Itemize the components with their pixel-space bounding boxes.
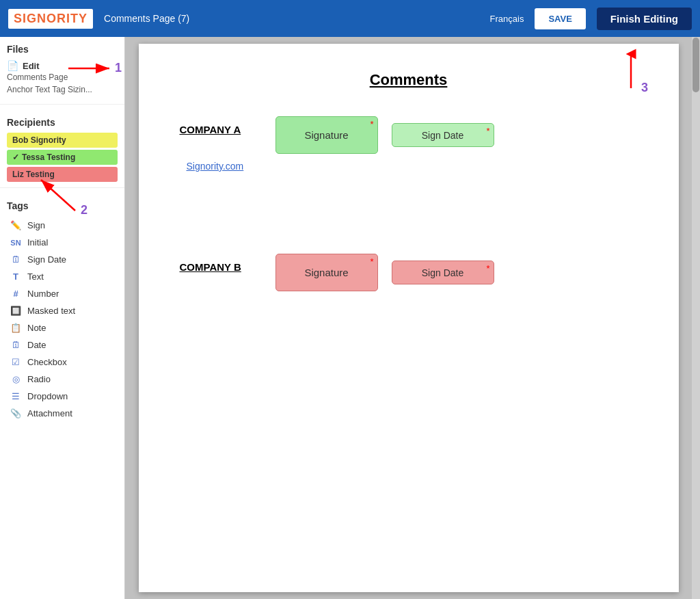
language-selector[interactable]: Français xyxy=(490,14,524,24)
date-icon: 🗓 xyxy=(10,340,22,350)
tag-number-label: Number xyxy=(27,289,59,299)
page-container[interactable]: 3 Comments COMPANY A Signature * xyxy=(125,37,692,599)
sign-date-label-a: Sign Date xyxy=(422,130,463,141)
required-star-date-a: * xyxy=(486,126,489,136)
logo-text: SIGNORITY xyxy=(14,12,88,25)
finish-editing-button[interactable]: Finish Editing xyxy=(597,8,692,30)
tag-radio-label: Radio xyxy=(27,374,51,384)
recipient-tessa[interactable]: ✓Tessa Testing xyxy=(7,150,118,165)
arrow-3-annotation: 3 xyxy=(604,51,658,92)
note-icon: 📋 xyxy=(10,323,22,333)
required-star-date-b: * xyxy=(486,263,489,274)
edit-row: 📄 Edit 1 xyxy=(7,60,118,71)
checkbox-icon: ☑ xyxy=(10,357,22,367)
file-item-2[interactable]: Anchor Text Tag Sizin... xyxy=(7,83,118,96)
attachment-icon: 📎 xyxy=(10,408,22,418)
edit-button[interactable]: Edit xyxy=(23,61,40,71)
tags-section-title: Tags 2 xyxy=(0,194,124,214)
tag-number[interactable]: # Number xyxy=(0,285,124,302)
tag-text-label: Text xyxy=(27,271,44,282)
company-a-section: COMPANY A Signature * Sign Date * xyxy=(180,116,638,172)
header: SIGNORITY Comments Page (7) Français SAV… xyxy=(0,0,700,37)
document-page: 3 Comments COMPANY A Signature * xyxy=(139,44,679,592)
check-icon: ✓ xyxy=(12,152,19,162)
svg-text:2: 2 xyxy=(81,203,88,217)
sign-date-box-a[interactable]: Sign Date * xyxy=(392,123,494,147)
tag-date-label: Date xyxy=(27,340,46,350)
sign-date-icon: 🗓 xyxy=(10,254,22,265)
tag-checkbox[interactable]: ☑ Checkbox xyxy=(0,354,124,371)
arrow-2-annotation: 2 xyxy=(34,173,103,214)
dropdown-icon: ☰ xyxy=(10,391,22,401)
number-icon: # xyxy=(10,289,22,299)
sign-date-label-b: Sign Date xyxy=(422,267,463,278)
signature-label-b: Signature xyxy=(304,267,348,278)
sidebar: Files 📄 Edit 1 Comments Page Anchor Text xyxy=(0,37,125,599)
scroll-thumb[interactable] xyxy=(692,38,699,92)
tag-sign-date[interactable]: 🗓 Sign Date xyxy=(0,251,124,268)
masked-text-icon: 🔲 xyxy=(10,306,22,316)
page-title: Comments xyxy=(180,71,638,89)
recipient-bob-name: Bob Signority xyxy=(12,135,66,145)
tag-note[interactable]: 📋 Note xyxy=(0,319,124,336)
text-icon: T xyxy=(10,271,22,282)
signature-box-a[interactable]: Signature * xyxy=(275,116,378,154)
tag-note-label: Note xyxy=(27,323,46,333)
arrow-1-annotation: 1 xyxy=(68,55,125,82)
tag-date[interactable]: 🗓 Date xyxy=(0,336,124,354)
recipient-tessa-name: Tessa Testing xyxy=(22,152,75,162)
logo: SIGNORITY xyxy=(8,9,93,29)
sign-date-box-b[interactable]: Sign Date * xyxy=(392,261,494,284)
initial-icon: SN xyxy=(10,239,22,247)
tag-checkbox-label: Checkbox xyxy=(27,357,67,367)
signature-label-a: Signature xyxy=(304,129,348,141)
files-section: 📄 Edit 1 Comments Page Anchor Text Tag S… xyxy=(0,57,124,98)
recipients-section-title: Recipients xyxy=(0,110,124,131)
save-button[interactable]: SAVE xyxy=(535,8,585,29)
tag-text[interactable]: T Text xyxy=(0,268,124,285)
svg-text:1: 1 xyxy=(115,61,122,75)
company-b-label: COMPANY B xyxy=(180,261,241,273)
tag-masked-text[interactable]: 🔲 Masked text xyxy=(0,302,124,319)
tag-attachment[interactable]: 📎 Attachment xyxy=(0,405,124,422)
main-layout: Files 📄 Edit 1 Comments Page Anchor Text xyxy=(0,37,700,599)
tag-radio[interactable]: ◎ Radio xyxy=(0,371,124,388)
divider-1 xyxy=(0,104,124,105)
signature-box-b[interactable]: Signature * xyxy=(275,254,378,291)
tag-dropdown[interactable]: ☰ Dropdown xyxy=(0,388,124,405)
company-a-label: COMPANY A xyxy=(180,124,241,135)
file-icon: 📄 xyxy=(7,60,18,71)
required-star-sig-a: * xyxy=(370,119,373,129)
tag-sign-label: Sign xyxy=(27,220,45,230)
radio-icon: ◎ xyxy=(10,374,22,384)
svg-line-3 xyxy=(41,180,75,211)
header-title: Comments Page (7) xyxy=(104,13,479,24)
anchor-link[interactable]: Signority.com xyxy=(187,161,638,172)
sign-icon: ✏️ xyxy=(10,220,22,230)
tags-list: ✏️ Sign SN Initial 🗓 Sign Date T Text # … xyxy=(0,214,124,425)
content-area: 3 Comments COMPANY A Signature * xyxy=(125,37,700,599)
recipient-bob[interactable]: Bob Signority xyxy=(7,133,118,148)
company-b-section: COMPANY B Signature * Sign Date * xyxy=(180,254,638,291)
required-star-sig-b: * xyxy=(370,256,373,267)
svg-text:3: 3 xyxy=(641,81,648,94)
tag-sign-date-label: Sign Date xyxy=(27,254,66,265)
vertical-scrollbar[interactable] xyxy=(692,37,700,599)
tag-dropdown-label: Dropdown xyxy=(27,391,68,401)
tag-attachment-label: Attachment xyxy=(27,408,72,418)
tag-sign[interactable]: ✏️ Sign xyxy=(0,217,124,234)
tag-initial-label: Initial xyxy=(27,237,48,248)
tag-masked-text-label: Masked text xyxy=(27,306,75,316)
tag-initial[interactable]: SN Initial xyxy=(0,234,124,251)
